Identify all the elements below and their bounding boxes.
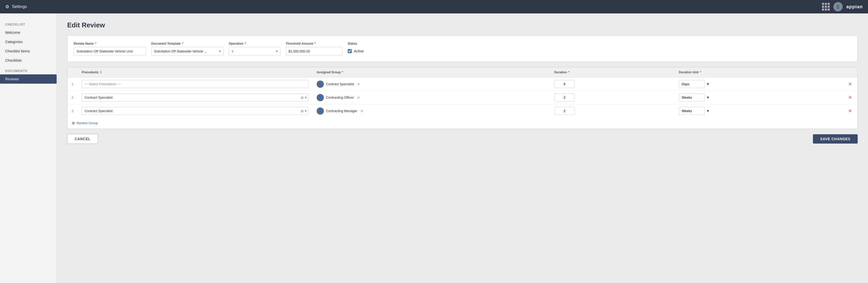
row-number: 2 (67, 91, 78, 104)
layout: CHECKLIST Welcome Categories Checklist I… (0, 13, 868, 283)
duration-input-1[interactable] (554, 80, 575, 88)
gear-icon: ⚙ (5, 4, 9, 9)
info-icon[interactable]: ℹ (100, 70, 101, 74)
clear-precedent-3[interactable]: ⊗ (301, 109, 304, 113)
doc-template-label: Document Template * (151, 42, 224, 45)
duration-unit-select-2[interactable]: Days Weeks Months (679, 94, 705, 102)
duration-unit-cell-2: Days Weeks Months ▼ (675, 91, 843, 104)
table-row: 2 Contract Specialist ⊗ ▼ (67, 91, 858, 104)
appian-logo: appian (846, 4, 863, 9)
precedent-cell-3: Contract Specialist ⊗ ▼ (78, 104, 312, 118)
group-name-1: Contract Specialist (326, 82, 354, 86)
doc-template-group: Document Template * Solicitation Off Sta… (151, 42, 224, 56)
precedent-select-wrap: --- Select Precedents --- (82, 80, 308, 88)
threshold-group: Threshold Amount * (286, 42, 342, 56)
chevron-down-icon: ▼ (706, 109, 710, 113)
documents-section-label: DOCUMENTS (0, 65, 57, 74)
status-active-label: Active (354, 49, 364, 53)
operation-label: Operation * (229, 42, 280, 45)
col-duration-header: Duration * (550, 67, 675, 77)
nav-title: Settings (12, 4, 27, 9)
sidebar-item-reviews[interactable]: Reviews (0, 74, 57, 84)
remove-group-3[interactable]: ✕ (360, 109, 364, 113)
user-avatar[interactable]: 👤 (833, 2, 843, 11)
nav-right: 👤 appian (822, 2, 863, 11)
sidebar-item-checklist-items[interactable]: Checklist Items (0, 46, 57, 56)
status-group: Status Active (348, 42, 379, 53)
assigned-group-3: 👤 Contracting Manager ✕ (317, 107, 546, 115)
remove-group-1[interactable]: ✕ (357, 82, 360, 86)
delete-row-2[interactable]: ✕ (847, 95, 853, 100)
threshold-input[interactable] (286, 47, 342, 56)
duration-input-3[interactable] (554, 107, 575, 115)
save-button[interactable]: SAVE CHANGES (813, 134, 858, 144)
chevron-down-icon: ▼ (706, 82, 710, 86)
row-number: 3 (67, 104, 78, 118)
precedent-select-1[interactable]: --- Select Precedents --- (82, 80, 308, 88)
sidebar-item-checklists[interactable]: Checklists (0, 56, 57, 65)
precedent-select-3[interactable]: Contract Specialist (82, 107, 308, 115)
dropdown-icon-3[interactable]: ▼ (304, 109, 307, 113)
delete-row-1[interactable]: ✕ (847, 82, 853, 86)
duration-cell-1 (550, 77, 675, 91)
plus-icon: ⊕ (71, 120, 75, 126)
cancel-button[interactable]: CANCEL (67, 134, 98, 144)
page-title: Edit Review (67, 21, 858, 29)
threshold-label: Threshold Amount * (286, 42, 342, 45)
button-bar: CANCEL SAVE CHANGES (67, 134, 858, 144)
status-check: Active (348, 49, 379, 53)
remove-group-2[interactable]: ✕ (357, 96, 360, 100)
avatar-2: 👤 (317, 94, 324, 101)
precedent-select-wrap-3: Contract Specialist ⊗ ▼ (82, 107, 308, 115)
table-header: Precedents ℹ Assigned Group * Duration * (67, 67, 858, 77)
nav-left: ⚙ Settings (5, 4, 27, 9)
delete-cell-2: ✕ (843, 91, 858, 104)
add-review-group-button[interactable]: ⊕ Review Group (67, 117, 102, 129)
apps-icon[interactable] (822, 3, 830, 10)
operation-select[interactable]: < <= > >= = (229, 47, 280, 56)
status-checkbox[interactable] (348, 49, 352, 53)
precedent-cell: --- Select Precedents --- (78, 77, 312, 91)
assigned-group-cell-2: 👤 Contracting Officer ✕ (312, 91, 550, 104)
precedent-cell-2: Contract Specialist ⊗ ▼ (78, 91, 312, 104)
delete-row-3[interactable]: ✕ (847, 109, 853, 113)
assigned-group-1: 👤 Contract Specialist ✕ (317, 80, 546, 88)
review-name-input[interactable] (74, 47, 146, 56)
dropdown-icon-2[interactable]: ▼ (304, 96, 307, 99)
delete-cell-1: ✕ (843, 77, 858, 91)
clear-precedent-2[interactable]: ⊗ (301, 96, 304, 100)
review-table-card: Precedents ℹ Assigned Group * Duration * (67, 67, 858, 129)
operation-group: Operation * < <= > >= = ▼ (229, 42, 280, 56)
chevron-down-icon: ▼ (706, 96, 710, 99)
assigned-group-cell-3: 👤 Contracting Manager ✕ (312, 104, 550, 118)
col-num (67, 67, 78, 77)
top-nav: ⚙ Settings 👤 appian (0, 0, 868, 13)
review-name-group: Review Name * (74, 42, 146, 56)
duration-unit-wrap-1: Days Weeks Months ▼ (679, 80, 839, 88)
doc-template-select[interactable]: Solicitation Off Statewide Vehicle ... (151, 47, 224, 56)
duration-unit-select-1[interactable]: Days Weeks Months (679, 80, 705, 88)
table-row: 3 Contract Specialist ⊗ ▼ (67, 104, 858, 118)
duration-unit-wrap-3: Days Weeks Months ▼ (679, 107, 839, 115)
review-table: Precedents ℹ Assigned Group * Duration * (67, 67, 858, 117)
row-number: 1 (67, 77, 78, 91)
delete-cell-3: ✕ (843, 104, 858, 118)
table-body: 1 --- Select Precedents --- 👤 C (67, 77, 858, 118)
duration-unit-select-3[interactable]: Days Weeks Months (679, 107, 705, 115)
precedent-select-2[interactable]: Contract Specialist (82, 94, 308, 102)
avatar-1: 👤 (317, 80, 324, 88)
group-name-2: Contracting Officer (326, 96, 354, 99)
review-name-label: Review Name * (74, 42, 146, 45)
group-name-3: Contracting Manager (326, 109, 357, 113)
sidebar-item-categories[interactable]: Categories (0, 37, 57, 46)
duration-cell-3 (550, 104, 675, 118)
assigned-group-cell-1: 👤 Contract Specialist ✕ (312, 77, 550, 91)
col-actions-header (843, 67, 858, 77)
operation-select-wrap: < <= > >= = ▼ (229, 47, 280, 56)
form-row: Review Name * Document Template * Solici… (74, 42, 851, 56)
sidebar-item-welcome[interactable]: Welcome (0, 28, 57, 37)
duration-input-2[interactable] (554, 94, 575, 102)
add-review-group-label: Review Group (76, 121, 98, 125)
col-precedents-header: Precedents ℹ (78, 67, 312, 77)
precedent-select-wrap-2: Contract Specialist ⊗ ▼ (82, 94, 308, 102)
